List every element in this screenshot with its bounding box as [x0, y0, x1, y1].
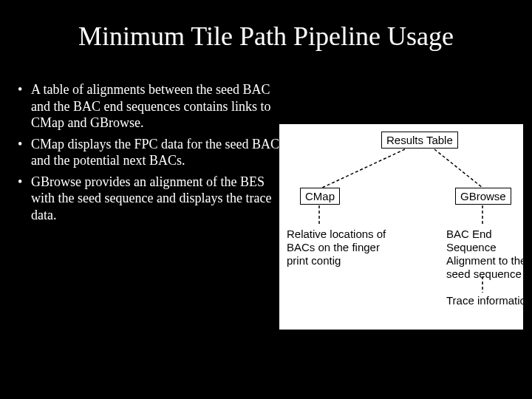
- desc-cmap: Relative locations of BACs on the finger…: [287, 228, 398, 267]
- bullet-item: CMap displays the FPC data for the seed …: [18, 136, 280, 169]
- bullet-item: A table of alignments between the seed B…: [18, 81, 280, 132]
- bullet-list: A table of alignments between the seed B…: [18, 81, 280, 228]
- bullet-item: GBrowse provides an alignment of the BES…: [18, 174, 280, 224]
- svg-line-1: [434, 149, 482, 188]
- desc-gbrowse-alignment: BAC End Sequence Alignment to the seed s…: [446, 228, 532, 281]
- box-cmap: CMap: [300, 188, 340, 205]
- flow-diagram: Results Table CMap GBrowse Relative loca…: [279, 124, 523, 330]
- slide-title: Minimum Tile Path Pipeline Usage: [0, 0, 532, 59]
- svg-line-0: [322, 149, 405, 188]
- box-results-table: Results Table: [381, 132, 458, 149]
- box-gbrowse: GBrowse: [455, 188, 511, 205]
- desc-gbrowse-trace: Trace information: [446, 294, 532, 307]
